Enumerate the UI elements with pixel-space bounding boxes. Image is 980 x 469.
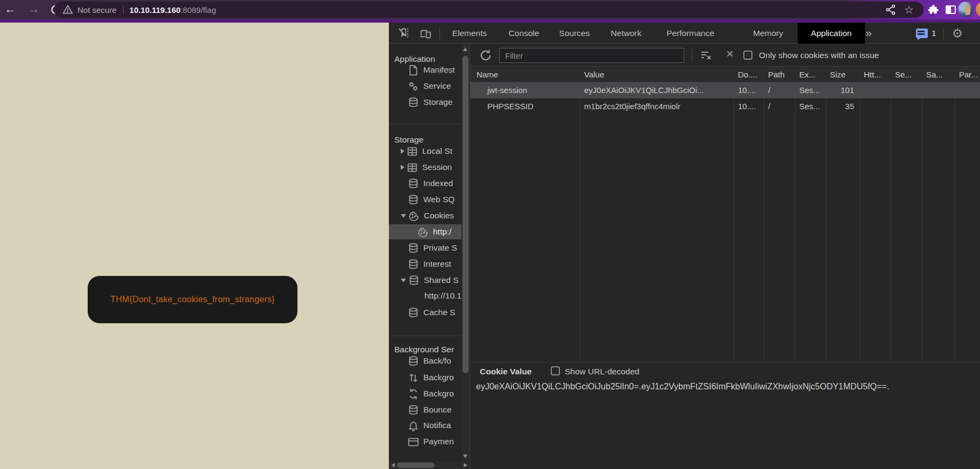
sidebar-divider bbox=[389, 336, 461, 336]
sidebar-item-indexeddb[interactable]: Indexed bbox=[389, 176, 461, 191]
back-button[interactable]: ← bbox=[2, 0, 18, 19]
column-header-path[interactable]: Path bbox=[764, 67, 795, 82]
more-tabs-chevron[interactable]: » bbox=[865, 23, 870, 44]
address-bar[interactable]: Not secure 10.10.119.160 :8089/flag ☆ bbox=[54, 2, 924, 18]
scroll-left-arrow-icon[interactable] bbox=[391, 463, 395, 467]
sidebar-item-cache-storage[interactable]: Cache S bbox=[389, 305, 461, 320]
inspect-element-icon[interactable] bbox=[396, 26, 410, 40]
column-header-httponly[interactable]: Htt... bbox=[860, 67, 891, 82]
collapse-arrow-icon[interactable] bbox=[401, 214, 406, 218]
column-header-size[interactable]: Size bbox=[826, 67, 860, 82]
sidebar-item-cookies-origin[interactable]: http:/ bbox=[389, 224, 461, 239]
application-sidebar: Application Manifest Service Storage Sto… bbox=[389, 44, 470, 469]
only-issues-checkbox[interactable] bbox=[743, 51, 752, 60]
collapse-arrow-icon[interactable] bbox=[401, 279, 406, 282]
cookie-size: 35 bbox=[826, 98, 860, 115]
table-grid-icon bbox=[407, 162, 418, 173]
show-url-decoded-label[interactable]: Show URL-decoded bbox=[565, 367, 640, 376]
delete-cookies-icon[interactable]: × bbox=[723, 46, 736, 61]
issues-counter[interactable]: 1 bbox=[916, 27, 936, 40]
devtools-panel: Elements Console Sources Network Perform… bbox=[389, 23, 980, 469]
horizontal-scroll-thumb[interactable] bbox=[397, 463, 435, 468]
column-header-name[interactable]: Name bbox=[470, 67, 580, 82]
filterbar-separator bbox=[692, 48, 692, 62]
sidebar-item-background-sync[interactable]: Backgro bbox=[389, 386, 461, 401]
bell-icon bbox=[408, 420, 419, 431]
sidebar-item-private-state-tokens[interactable]: Private S bbox=[389, 240, 461, 255]
sidebar-item-shared-storage[interactable]: Shared S bbox=[389, 273, 461, 288]
tab-performance[interactable]: Performance bbox=[657, 23, 724, 44]
column-header-domain[interactable]: Do.... bbox=[734, 67, 764, 82]
sidebar-item-shared-storage-origin[interactable]: http://10.1 bbox=[389, 288, 461, 303]
expand-arrow-icon[interactable] bbox=[401, 148, 404, 154]
database-icon bbox=[408, 404, 419, 416]
database-icon bbox=[408, 356, 419, 367]
column-header-value[interactable]: Value bbox=[580, 67, 734, 82]
sidebar-item-bounce-tracking[interactable]: Bounce bbox=[389, 402, 461, 417]
devtools-body: Application Manifest Service Storage Sto… bbox=[389, 44, 980, 469]
sidebar-item-interest-groups[interactable]: Interest bbox=[389, 257, 461, 272]
refresh-icon[interactable] bbox=[479, 48, 493, 62]
bookmark-star-icon[interactable]: ☆ bbox=[904, 3, 914, 16]
sidebar-item-storage[interactable]: Storage bbox=[389, 95, 461, 110]
expand-arrow-icon[interactable] bbox=[401, 165, 404, 170]
tab-memory[interactable]: Memory bbox=[746, 23, 790, 44]
tab-network[interactable]: Network bbox=[603, 23, 649, 44]
column-header-secure[interactable]: Se... bbox=[891, 67, 922, 82]
cookie-icon bbox=[417, 226, 429, 238]
flag-box: THM{Dont_take_cookies_from_strangers} bbox=[88, 276, 297, 323]
database-icon bbox=[408, 259, 419, 270]
sidebar-divider bbox=[389, 124, 461, 124]
sidebar-item-session-storage[interactable]: Session bbox=[389, 160, 461, 175]
show-url-decoded-checkbox[interactable] bbox=[551, 366, 560, 375]
database-icon bbox=[408, 194, 419, 205]
sidebar-item-background-fetch[interactable]: Backgro bbox=[389, 370, 461, 385]
scroll-up-arrow-icon[interactable] bbox=[463, 47, 467, 51]
cookie-icon bbox=[408, 210, 420, 222]
tab-elements[interactable]: Elements bbox=[447, 23, 492, 44]
cookie-value-text[interactable]: eyJ0eXAiOiJKV1QiLCJhbGciOiJub25lIn0=.eyJ… bbox=[476, 382, 974, 392]
only-issues-label[interactable]: Only show cookies with an issue bbox=[759, 44, 879, 67]
column-header-partition[interactable]: Par... bbox=[955, 67, 980, 82]
cookies-panel: × Only show cookies with an issue Name V… bbox=[470, 44, 980, 469]
tab-sources[interactable]: Sources bbox=[553, 23, 595, 44]
scroll-down-arrow-icon[interactable] bbox=[463, 454, 467, 458]
column-header-expires[interactable]: Ex... bbox=[795, 67, 826, 82]
scroll-right-arrow-icon[interactable] bbox=[464, 463, 467, 467]
device-toolbar-icon[interactable] bbox=[418, 26, 432, 40]
url-host: 10.10.119.160 bbox=[130, 5, 181, 15]
filter-input[interactable] bbox=[499, 48, 684, 63]
screen: ← → Not secure 10.10.119.160 :8089/flag … bbox=[0, 0, 980, 469]
tab-console[interactable]: Console bbox=[503, 23, 545, 44]
sidebar-horizontal-scrollbar[interactable] bbox=[389, 461, 470, 469]
not-secure-warning-icon[interactable] bbox=[62, 4, 73, 15]
sidebar-item-back-forward-cache[interactable]: Back/fo bbox=[389, 353, 461, 368]
url-path: :8089/flag bbox=[181, 5, 216, 15]
clear-filter-icon[interactable] bbox=[699, 49, 713, 62]
sidebar-item-cookies[interactable]: Cookies bbox=[389, 208, 461, 223]
cookie-path: / bbox=[764, 98, 795, 115]
column-header-samesite[interactable]: Sa... bbox=[922, 67, 955, 82]
devtools-settings-gear-icon[interactable]: ⚙ bbox=[950, 26, 964, 40]
sidebar-item-service-workers[interactable]: Service bbox=[389, 79, 461, 94]
side-panel-icon[interactable] bbox=[943, 3, 957, 17]
up-down-arrows-icon bbox=[408, 372, 419, 383]
profile-avatar[interactable] bbox=[958, 2, 974, 17]
sidebar-item-local-storage[interactable]: Local St bbox=[389, 144, 461, 159]
sidebar-item-payment-handler[interactable]: Paymen bbox=[389, 434, 461, 449]
share-icon[interactable] bbox=[885, 4, 897, 16]
sidebar-item-web-sql[interactable]: Web SQ bbox=[389, 192, 461, 207]
cookie-row-phpsessid[interactable]: PHPSESSID m1br2cs2t0jief3qffnc4miolr 10.… bbox=[470, 98, 980, 115]
vertical-scroll-thumb[interactable] bbox=[463, 56, 468, 373]
database-icon bbox=[408, 275, 420, 286]
sidebar-item-notifications[interactable]: Notifica bbox=[389, 418, 461, 433]
database-icon bbox=[408, 243, 419, 254]
cookie-row-jwt-session[interactable]: jwt-session eyJ0eXAiOiJKV1QiLCJhbGciOi..… bbox=[470, 82, 980, 98]
tab-application[interactable]: Application bbox=[798, 23, 865, 44]
sidebar-item-manifest[interactable]: Manifest bbox=[389, 62, 461, 77]
forward-button[interactable]: → bbox=[26, 0, 42, 19]
not-secure-label[interactable]: Not secure bbox=[77, 5, 117, 15]
extensions-puzzle-icon[interactable] bbox=[926, 3, 940, 17]
sidebar-vertical-scrollbar[interactable] bbox=[461, 44, 470, 461]
issues-count: 1 bbox=[932, 29, 936, 38]
